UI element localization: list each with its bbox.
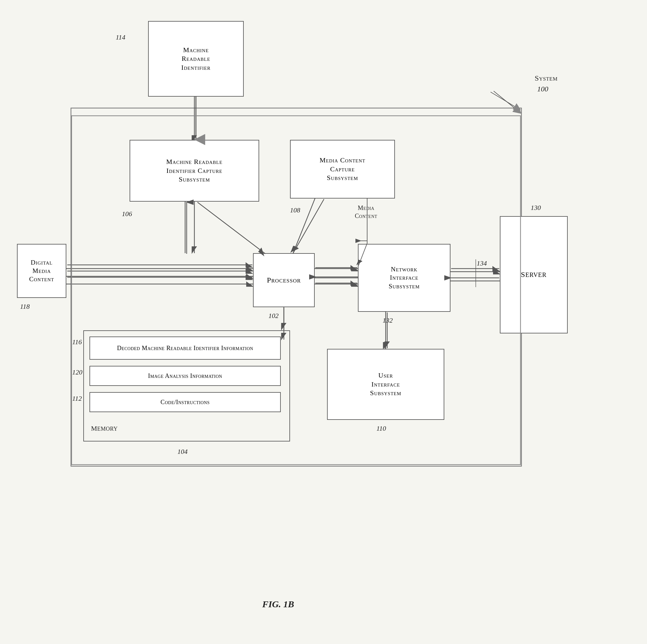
ref-132: 132 xyxy=(382,316,393,324)
diagram: Machine Readable Identifier 114 System 1… xyxy=(0,0,647,644)
network-interface-box: Network Interface Subsystem xyxy=(358,244,450,312)
svg-line-14 xyxy=(198,202,265,254)
ref-118: 118 xyxy=(20,303,29,311)
code-instructions-box: Code/Instructions xyxy=(89,392,281,412)
ref-104: 104 xyxy=(177,448,188,456)
ref-110: 110 xyxy=(376,425,386,433)
ref-116: 116 xyxy=(72,338,82,346)
ref-130: 130 xyxy=(531,204,541,212)
media-content-capture-box: Media Content Capture Subsystem xyxy=(290,140,395,198)
ref-106: 106 xyxy=(122,210,132,218)
decoded-mri-box: Decoded Machine Readable Identifier Info… xyxy=(89,336,281,360)
ref-102: 102 xyxy=(269,312,279,320)
image-analysis-box: Image Analysis Information xyxy=(89,366,281,386)
memory-label: MEMORY xyxy=(91,425,118,433)
machine-readable-identifier-box: Machine Readable Identifier xyxy=(148,21,244,96)
system-label: System xyxy=(535,74,558,82)
user-interface-box: User Interface Subsystem xyxy=(327,349,444,420)
digital-media-content-box: Digital Media Content xyxy=(17,244,66,298)
svg-line-13 xyxy=(491,92,520,110)
ref-112: 112 xyxy=(72,395,82,402)
processor-box: Processor xyxy=(253,253,315,307)
system-label-arrow xyxy=(494,91,518,111)
server-box: SERVER xyxy=(500,216,568,333)
ref-134: 134 xyxy=(477,259,487,267)
ref-108: 108 xyxy=(290,206,300,214)
ref-114: 114 xyxy=(116,34,125,41)
ref-120: 120 xyxy=(72,368,82,376)
ref-100: 100 xyxy=(537,85,548,93)
figure-label: FIG. 1B xyxy=(262,599,294,609)
mri-capture-box: Machine Readable Identifier Capture Subs… xyxy=(130,140,259,202)
media-content-label: MediaContent xyxy=(355,204,377,220)
